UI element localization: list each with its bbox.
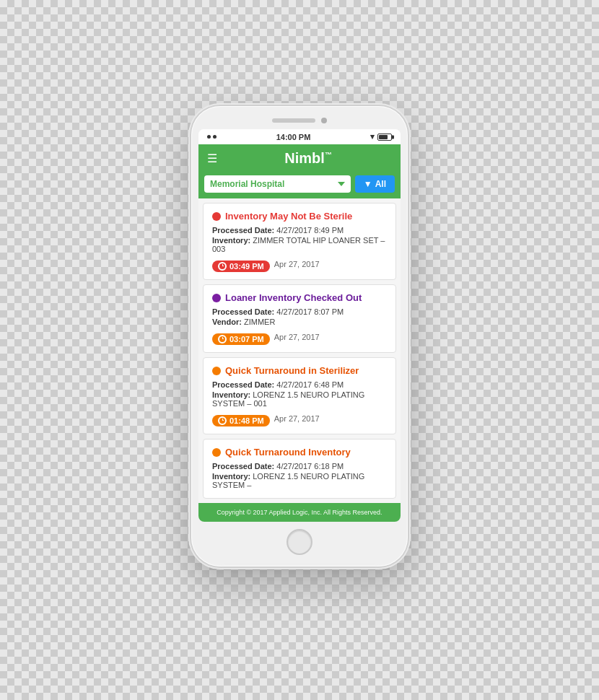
phone-mockup: 14:00 PM ▾ ☰ Nimbl™ Memorial Hospital: [191, 106, 408, 594]
alert-detail-inventory-4: Inventory: LORENZ 1.5 NEURO PLATING SYST…: [212, 472, 387, 489]
phone-camera: [321, 118, 327, 123]
alert-title-row-4: Quick Turnaround Inventory: [212, 447, 387, 458]
alert-detail-vendor-2: Vendor: ZIMMER: [212, 318, 387, 326]
alert-detail-processed-3: Processed Date: 4/27/2017 6:48 PM: [212, 380, 387, 389]
clock-icon-2: [218, 335, 227, 344]
alert-badge-date-2: Apr 27, 2017: [274, 333, 320, 341]
status-right-icons: ▾: [370, 132, 392, 141]
signal-bars: [207, 135, 217, 139]
footer-text: Copyright © 2017 Applied Logic, Inc. All…: [217, 509, 382, 516]
alerts-content-area: Inventory May Not Be Sterile Processed D…: [198, 198, 401, 503]
alert-time-row-1: 03:49 PM Apr 27, 2017: [212, 256, 387, 272]
filter-label: All: [375, 179, 386, 189]
alert-time-badge-3: 01:48 PM: [212, 415, 270, 426]
battery-fill: [379, 135, 388, 139]
alert-title-row-1: Inventory May Not Be Sterile: [212, 211, 387, 222]
alert-detail-inventory-3: Inventory: LORENZ 1.5 NEURO PLATING SYST…: [212, 390, 387, 408]
hospital-name: Memorial Hospital: [210, 179, 284, 189]
phone-bottom-bar: [198, 522, 401, 558]
phone-body: 14:00 PM ▾ ☰ Nimbl™ Memorial Hospital: [191, 106, 408, 566]
app-footer: Copyright © 2017 Applied Logic, Inc. All…: [198, 503, 401, 522]
wifi-icon: ▾: [370, 132, 375, 141]
alert-title-3: Quick Turnaround in Sterilizer: [225, 365, 359, 376]
app-title: Nimbl™: [224, 150, 392, 167]
alert-dot-red-1: [212, 212, 221, 221]
filter-button[interactable]: ▼ All: [355, 175, 395, 193]
clock-icon-3: [218, 416, 227, 425]
alert-detail-processed-2: Processed Date: 4/27/2017 8:07 PM: [212, 307, 387, 316]
alert-title-1: Inventory May Not Be Sterile: [225, 211, 352, 222]
phone-reflection: [215, 565, 384, 594]
alert-time-row-2: 03:07 PM Apr 27, 2017: [212, 329, 387, 345]
alert-title-row-2: Loaner Inventory Checked Out: [212, 292, 387, 303]
alert-card-4[interactable]: Quick Turnaround Inventory Processed Dat…: [203, 439, 396, 499]
alert-title-2: Loaner Inventory Checked Out: [225, 292, 362, 303]
alert-dot-orange-4: [212, 448, 221, 457]
filter-icon: ▼: [364, 179, 372, 189]
chevron-down-icon: [338, 182, 345, 186]
alert-badge-date-1: Apr 27, 2017: [274, 260, 320, 268]
alert-detail-inventory-1: Inventory: ZIMMER TOTAL HIP LOANER SET –…: [212, 236, 387, 253]
alert-detail-processed-4: Processed Date: 4/27/2017 6:18 PM: [212, 462, 387, 471]
hospital-selector[interactable]: Memorial Hospital: [204, 175, 351, 193]
alert-dot-orange-3: [212, 367, 221, 375]
home-button[interactable]: [287, 529, 312, 555]
alert-time-badge-1: 03:49 PM: [212, 261, 270, 272]
alert-card-3[interactable]: Quick Turnaround in Sterilizer Processed…: [203, 357, 396, 434]
signal-dot-1: [207, 135, 211, 139]
battery-icon: [377, 134, 392, 141]
clock-icon-1: [218, 262, 227, 271]
status-time: 14:00 PM: [276, 133, 311, 141]
phone-top-bar: [198, 115, 401, 129]
signal-dot-2: [213, 135, 217, 139]
alert-card-1[interactable]: Inventory May Not Be Sterile Processed D…: [203, 203, 396, 280]
filter-bar: Memorial Hospital ▼ All: [198, 172, 401, 198]
alert-card-2[interactable]: Loaner Inventory Checked Out Processed D…: [203, 284, 396, 353]
status-bar: 14:00 PM ▾: [198, 129, 401, 144]
hamburger-menu-icon[interactable]: ☰: [207, 152, 217, 165]
alert-time-badge-2: 03:07 PM: [212, 333, 270, 345]
alert-title-row-3: Quick Turnaround in Sterilizer: [212, 365, 387, 376]
alert-detail-processed-1: Processed Date: 4/27/2017 8:49 PM: [212, 226, 387, 235]
alert-badge-date-3: Apr 27, 2017: [274, 414, 320, 423]
app-header: ☰ Nimbl™: [198, 144, 401, 172]
alert-dot-purple-2: [212, 294, 221, 302]
phone-screen: 14:00 PM ▾ ☰ Nimbl™ Memorial Hospital: [198, 129, 401, 522]
phone-speaker: [272, 118, 315, 123]
alert-time-row-3: 01:48 PM Apr 27, 2017: [212, 411, 387, 426]
alert-title-4: Quick Turnaround Inventory: [225, 447, 351, 458]
